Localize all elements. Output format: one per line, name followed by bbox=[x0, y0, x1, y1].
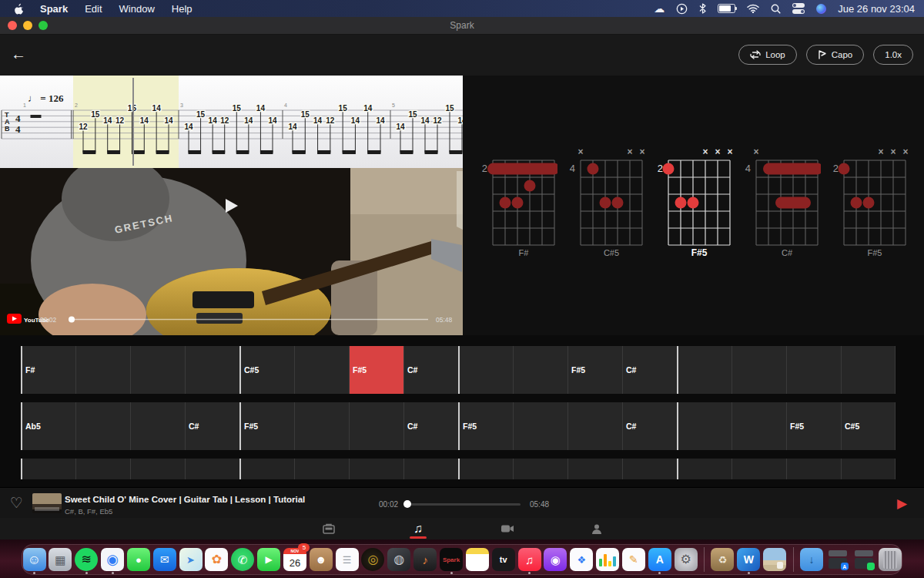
nav-tab-profile[interactable] bbox=[581, 520, 612, 537]
dock-icon-notes[interactable] bbox=[465, 546, 489, 573]
timeline-cell-r3-c1[interactable] bbox=[21, 459, 75, 479]
menu-item-spark[interactable]: Spark bbox=[32, 0, 76, 17]
timeline-cell-r2-c3[interactable] bbox=[130, 402, 185, 450]
timeline-cell-r2-c13[interactable] bbox=[677, 402, 732, 450]
timeline-cell-r3-c5[interactable] bbox=[239, 459, 294, 479]
seek-knob[interactable] bbox=[403, 500, 411, 508]
dock-icon-messages[interactable]: ● bbox=[126, 546, 150, 573]
dock-icon-facetime[interactable]: ▶ bbox=[257, 546, 281, 573]
dock-icon-launchpad[interactable]: ▦ bbox=[49, 546, 72, 573]
dock-icon-apple-tv[interactable]: tv bbox=[491, 546, 515, 573]
nav-tab-music[interactable]: ♫ bbox=[403, 520, 434, 537]
timeline-cell-r2-c10[interactable] bbox=[513, 402, 567, 450]
apple-menu-icon[interactable] bbox=[8, 3, 32, 15]
timeline-cell-r1-c16[interactable] bbox=[841, 346, 896, 394]
timeline-cell-r3-c14[interactable] bbox=[732, 459, 786, 479]
timeline-cell-r3-c16[interactable] bbox=[841, 459, 896, 479]
chord-diagram-Fsharp5-2[interactable]: ×××2F#5 bbox=[649, 143, 737, 259]
battery-icon[interactable] bbox=[718, 0, 735, 17]
timeline-cell-r1-c1-Fsharp[interactable]: F# bbox=[21, 346, 75, 394]
dock-icon-apple-music[interactable]: ♫ bbox=[517, 546, 541, 573]
1-0x-button[interactable]: 1.0x bbox=[873, 45, 913, 65]
dock-icon-word[interactable]: W bbox=[737, 546, 761, 573]
chord-diagram-Csharp-3[interactable]: ×4C# bbox=[737, 143, 825, 259]
dock-icon-spark-app[interactable]: Spark bbox=[440, 546, 464, 573]
dock-icon-podcasts[interactable]: ◉ bbox=[544, 546, 567, 573]
timeline-cell-r3-c13[interactable] bbox=[677, 459, 732, 479]
siri-icon[interactable] bbox=[816, 0, 826, 17]
timeline-cell-r3-c4[interactable] bbox=[185, 459, 239, 479]
dock-icon-garageband[interactable]: ♪ bbox=[413, 546, 437, 573]
nav-tab-setlist[interactable] bbox=[313, 520, 344, 537]
timeline-cell-r1-c5-Csharp5[interactable]: C#5 bbox=[239, 346, 294, 394]
timeline-cell-r3-c15[interactable] bbox=[786, 459, 841, 479]
nav-tab-video[interactable] bbox=[492, 520, 523, 537]
menu-item-edit[interactable]: Edit bbox=[76, 0, 110, 17]
timeline-cell-r1-c15[interactable] bbox=[786, 346, 841, 394]
dock-icon-finder[interactable]: ☺ bbox=[22, 546, 46, 573]
timeline-cell-r2-c12-Csharp[interactable]: C# bbox=[622, 402, 677, 450]
dock-icon-photos[interactable]: ✿ bbox=[205, 546, 229, 573]
dock-icon-numbers[interactable] bbox=[596, 546, 620, 573]
seek-bar[interactable] bbox=[407, 503, 521, 506]
timeline-cell-r2-c9-Fsharp5[interactable]: F#5 bbox=[458, 402, 513, 450]
dock-icon-settings[interactable]: ⚙ bbox=[674, 546, 698, 573]
control-center-icon[interactable] bbox=[792, 0, 805, 17]
timeline-cell-r2-c6[interactable] bbox=[294, 402, 349, 450]
dock-icon-safari[interactable]: ◉ bbox=[101, 546, 125, 573]
timeline-cell-r3-c8[interactable] bbox=[403, 459, 458, 479]
dock-icon-calendar[interactable]: NOV265 bbox=[283, 546, 307, 573]
play-circle-icon[interactable] bbox=[676, 0, 688, 17]
video-player[interactable]: GRETSCHYouTube00:0205:48 bbox=[0, 168, 463, 335]
timeline-cell-r1-c13[interactable] bbox=[677, 346, 732, 394]
play-button[interactable]: ▶ bbox=[897, 496, 907, 512]
dock-icon-window-appstore[interactable]: A bbox=[825, 546, 849, 573]
song-thumbnail[interactable] bbox=[32, 493, 62, 513]
chord-diagram-Csharp5-1[interactable]: ×××4C#5 bbox=[561, 143, 649, 259]
menu-clock[interactable]: Jue 26 nov 23:04 bbox=[838, 3, 915, 15]
timeline-cell-r2-c14[interactable] bbox=[732, 402, 786, 450]
dock-icon-whatsapp[interactable]: ✆ bbox=[231, 546, 255, 573]
bluetooth-icon[interactable] bbox=[699, 0, 706, 17]
cloud-icon[interactable]: ☁ bbox=[654, 0, 665, 17]
dock-icon-keynote[interactable]: ❖ bbox=[570, 546, 594, 573]
loop-button[interactable]: Loop bbox=[738, 45, 797, 65]
timeline-cell-r1-c2[interactable] bbox=[75, 346, 130, 394]
search-icon[interactable] bbox=[771, 0, 781, 17]
dock-icon-pages[interactable]: ✎ bbox=[621, 546, 645, 573]
timeline-cell-r1-c4[interactable] bbox=[185, 346, 239, 394]
guitar-tab-notation[interactable]: 12345TAB44♩ = 12612151412151414141415141… bbox=[0, 76, 463, 168]
wifi-icon[interactable] bbox=[747, 0, 759, 17]
timeline-cell-r3-c10[interactable] bbox=[513, 459, 567, 479]
timeline-cell-r3-c9[interactable] bbox=[458, 459, 513, 479]
timeline-cell-r3-c3[interactable] bbox=[130, 459, 185, 479]
timeline-cell-r3-c11[interactable] bbox=[567, 459, 622, 479]
timeline-cell-r3-c2[interactable] bbox=[75, 459, 130, 479]
dock-icon-trash[interactable] bbox=[878, 546, 902, 573]
favorite-heart-icon[interactable]: ♡ bbox=[10, 494, 23, 512]
dock-icon-maps[interactable]: ➤ bbox=[179, 546, 203, 573]
dock-icon-reminders[interactable]: ☰ bbox=[335, 546, 359, 573]
timeline-cell-r2-c1-Ab5[interactable]: Ab5 bbox=[21, 402, 75, 450]
menu-item-help[interactable]: Help bbox=[163, 0, 201, 17]
timeline-cell-r1-c3[interactable] bbox=[130, 346, 185, 394]
dock-icon-window-spotify[interactable] bbox=[852, 546, 875, 573]
timeline-cell-r1-c9[interactable] bbox=[458, 346, 513, 394]
dock-icon-shopping-bag[interactable]: ♻ bbox=[711, 546, 735, 573]
dock-icon-mail[interactable]: ✉ bbox=[152, 546, 176, 573]
dock-icon-amp-sim[interactable]: ◎ bbox=[361, 546, 385, 573]
timeline-cell-r1-c14[interactable] bbox=[732, 346, 786, 394]
back-button[interactable]: ← bbox=[11, 45, 26, 63]
timeline-cell-r2-c16-Csharp5[interactable]: C#5 bbox=[841, 402, 896, 450]
dock-icon-photo-file[interactable] bbox=[763, 546, 787, 573]
dock-icon-contacts[interactable]: ☻ bbox=[309, 546, 333, 573]
timeline-cell-r1-c11-Fsharp5[interactable]: F#5 bbox=[567, 346, 622, 394]
capo-button[interactable]: Capo bbox=[806, 45, 865, 65]
dock-icon-app-store[interactable]: A bbox=[648, 546, 671, 573]
timeline-cell-r2-c7[interactable] bbox=[349, 402, 403, 450]
chord-diagram-Fsharp-0[interactable]: 2F# bbox=[474, 143, 561, 259]
dock-icon-spotify[interactable]: ≋ bbox=[75, 546, 99, 573]
timeline-cell-r3-c7[interactable] bbox=[349, 459, 403, 479]
timeline-cell-r1-c7-Fsharp5[interactable]: F#5 bbox=[349, 346, 403, 394]
timeline-cell-r2-c11[interactable] bbox=[567, 402, 622, 450]
